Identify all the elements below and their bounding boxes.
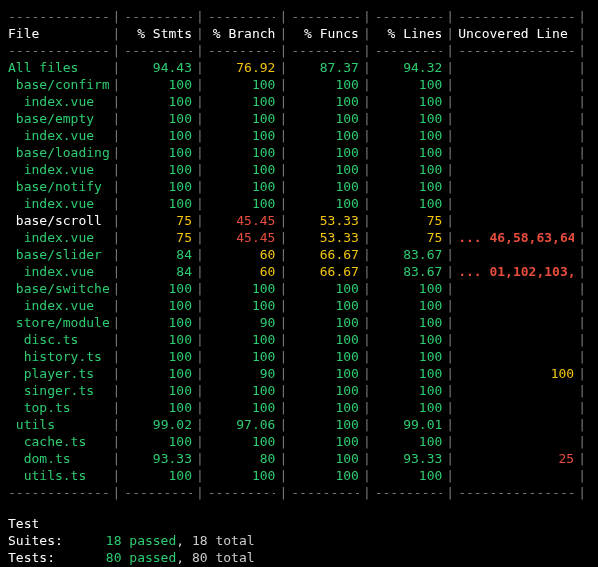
- cell-lines: 100: [375, 331, 443, 348]
- cell-funcs: 100: [291, 433, 359, 450]
- cell-lines: 100: [375, 382, 443, 399]
- cell-funcs: 100: [291, 365, 359, 382]
- cell-lines: 100: [375, 93, 443, 110]
- cell-stmts: 100: [124, 76, 192, 93]
- cell-file: utils: [8, 416, 109, 433]
- cell-branch: 45.45: [208, 229, 276, 246]
- table-row: base/slider|84|60|66.67|83.67||: [8, 246, 590, 263]
- cell-file: cache.ts: [8, 433, 109, 450]
- cell-uncovered: [458, 76, 574, 93]
- cell-funcs: 53.33: [291, 212, 359, 229]
- cell-branch: 100: [208, 76, 276, 93]
- cell-funcs: 100: [291, 93, 359, 110]
- cell-branch: 60: [208, 263, 276, 280]
- table-row: utils|99.02|97.06|100|99.01||: [8, 416, 590, 433]
- cell-lines: 100: [375, 348, 443, 365]
- cell-funcs: 87.37: [291, 59, 359, 76]
- cell-stmts: 100: [124, 331, 192, 348]
- col-header-funcs: % Funcs: [291, 25, 359, 42]
- cell-stmts: 84: [124, 246, 192, 263]
- col-header-stmts: % Stmts: [124, 25, 192, 42]
- cell-lines: 100: [375, 127, 443, 144]
- cell-file: base/notify: [8, 178, 109, 195]
- cell-file: disc.ts: [8, 331, 109, 348]
- cell-uncovered: [458, 348, 574, 365]
- table-header: File|% Stmts|% Branch|% Funcs|% Lines|Un…: [8, 25, 590, 42]
- cell-branch: 100: [208, 144, 276, 161]
- table-row: index.vue|100|100|100|100||: [8, 127, 590, 144]
- cell-stmts: 100: [124, 348, 192, 365]
- table-row: dom.ts|93.33|80|100|93.33|25|: [8, 450, 590, 467]
- cell-branch: 100: [208, 467, 276, 484]
- table-row: All files|94.43|76.92|87.37|94.32||: [8, 59, 590, 76]
- cell-uncovered: [458, 212, 574, 229]
- cell-uncovered: [458, 246, 574, 263]
- cell-funcs: 100: [291, 348, 359, 365]
- cell-funcs: 100: [291, 416, 359, 433]
- cell-funcs: 100: [291, 314, 359, 331]
- col-header-branch: % Branch: [208, 25, 276, 42]
- cell-uncovered: [458, 314, 574, 331]
- cell-funcs: 100: [291, 331, 359, 348]
- cell-lines: 100: [375, 399, 443, 416]
- cell-stmts: 99.02: [124, 416, 192, 433]
- cell-branch: 100: [208, 399, 276, 416]
- cell-branch: 100: [208, 110, 276, 127]
- cell-stmts: 100: [124, 144, 192, 161]
- cell-stmts: 100: [124, 382, 192, 399]
- cell-branch: 100: [208, 297, 276, 314]
- cell-funcs: 100: [291, 399, 359, 416]
- cell-funcs: 100: [291, 382, 359, 399]
- cell-file: utils.ts: [8, 467, 109, 484]
- cell-branch: 76.92: [208, 59, 276, 76]
- cell-uncovered: ... 46,58,63,64,70: [458, 229, 574, 246]
- cell-file: index.vue: [8, 127, 109, 144]
- cell-uncovered: [458, 144, 574, 161]
- summary-total: , 18 total: [176, 533, 254, 548]
- cell-file: dom.ts: [8, 450, 109, 467]
- cell-funcs: 100: [291, 127, 359, 144]
- cell-funcs: 66.67: [291, 246, 359, 263]
- summary-test-suites: Test Suites: 18 passed, 18 total: [8, 515, 590, 549]
- table-row: top.ts|100|100|100|100||: [8, 399, 590, 416]
- cell-stmts: 100: [124, 127, 192, 144]
- cell-stmts: 100: [124, 297, 192, 314]
- cell-stmts: 100: [124, 314, 192, 331]
- cell-file: base/scroll: [8, 212, 109, 229]
- table-row: index.vue|100|100|100|100||: [8, 93, 590, 110]
- cell-uncovered: [458, 127, 574, 144]
- summary-total: , 80 total: [176, 550, 254, 565]
- cell-stmts: 100: [124, 433, 192, 450]
- cell-lines: 100: [375, 314, 443, 331]
- table-row: player.ts|100|90|100|100|100|: [8, 365, 590, 382]
- cell-stmts: 84: [124, 263, 192, 280]
- cell-lines: 100: [375, 161, 443, 178]
- cell-file: singer.ts: [8, 382, 109, 399]
- cell-lines: 100: [375, 433, 443, 450]
- cell-lines: 75: [375, 229, 443, 246]
- cell-stmts: 75: [124, 229, 192, 246]
- cell-file: top.ts: [8, 399, 109, 416]
- cell-funcs: 100: [291, 76, 359, 93]
- cell-branch: 97.06: [208, 416, 276, 433]
- cell-lines: 100: [375, 144, 443, 161]
- cell-uncovered: [458, 382, 574, 399]
- cell-branch: 100: [208, 195, 276, 212]
- cell-lines: 93.33: [375, 450, 443, 467]
- cell-stmts: 75: [124, 212, 192, 229]
- cell-stmts: 100: [124, 93, 192, 110]
- cell-branch: 100: [208, 382, 276, 399]
- cell-branch: 90: [208, 314, 276, 331]
- cell-lines: 100: [375, 467, 443, 484]
- col-header-lines: % Lines: [375, 25, 443, 42]
- cell-funcs: 100: [291, 195, 359, 212]
- cell-uncovered: ... 01,102,103,106: [458, 263, 574, 280]
- cell-lines: 100: [375, 195, 443, 212]
- cell-uncovered: [458, 297, 574, 314]
- cell-funcs: 100: [291, 110, 359, 127]
- cell-file: index.vue: [8, 263, 109, 280]
- cell-uncovered: [458, 416, 574, 433]
- cell-lines: 100: [375, 110, 443, 127]
- cell-funcs: 100: [291, 178, 359, 195]
- cell-stmts: 93.33: [124, 450, 192, 467]
